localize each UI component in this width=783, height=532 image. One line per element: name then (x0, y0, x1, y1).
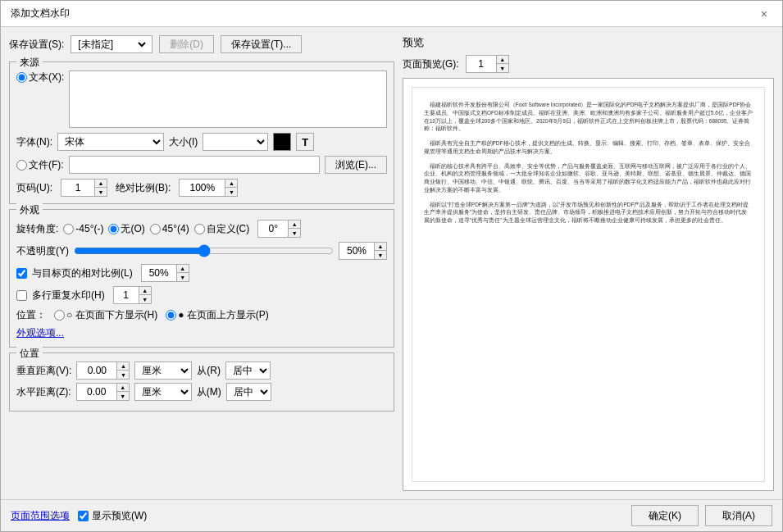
horizontal-down-btn[interactable]: ▼ (117, 392, 129, 400)
horizontal-spin[interactable]: ▲ ▼ (76, 383, 130, 401)
page-down-btn[interactable]: ▼ (95, 188, 107, 196)
text-radio-label[interactable]: 文本(X): (16, 70, 64, 84)
scale-page-up-btn[interactable]: ▲ (177, 265, 189, 273)
horizontal-input[interactable] (77, 384, 116, 400)
file-radio-label[interactable]: 文件(F): (16, 158, 64, 172)
color-picker[interactable] (273, 133, 291, 151)
scale-down-btn[interactable]: ▼ (225, 188, 237, 196)
rotate-down-btn[interactable]: ▼ (289, 229, 300, 237)
dialog-title: 添加文档水印 (11, 7, 70, 20)
page-range-link[interactable]: 页面范围选项 (11, 509, 70, 523)
save-settings-select[interactable]: [未指定] (75, 38, 148, 51)
show-preview-label[interactable]: 显示预览(W) (78, 509, 147, 523)
horizontal-unit-select[interactable]: 厘米 (134, 383, 192, 401)
rotate-custom-radio[interactable] (194, 224, 205, 234)
appearance-options-link[interactable]: 外观选项... (16, 326, 387, 340)
rotate-neg45-radio[interactable] (63, 224, 74, 234)
rotate-45-radio[interactable] (150, 224, 161, 234)
page-preview-spin-btns: ▲ ▼ (496, 56, 508, 72)
delete-button[interactable]: 删除(D) (159, 35, 214, 53)
scale-spin[interactable]: ▲ ▼ (179, 179, 238, 197)
repeat-down-btn[interactable]: ▼ (139, 295, 151, 303)
scale-up-btn[interactable]: ▲ (225, 180, 237, 188)
save-settings-label: 保存设置(S): (9, 38, 64, 52)
rotate-custom-label[interactable]: 自定义(C) (194, 222, 250, 236)
opacity-spin[interactable]: ▲ ▼ (339, 242, 387, 260)
source-section: 来源 文本(X): 字体(N): 宋体 (9, 61, 394, 204)
position-below-radio[interactable] (54, 310, 65, 321)
rotate-0-radio[interactable] (108, 224, 119, 234)
page-preview-spin[interactable]: ▲ ▼ (466, 55, 509, 73)
repeat-row: 多行重复水印(H) ▲ ▼ (16, 286, 387, 304)
text-radio[interactable] (16, 72, 27, 83)
confirm-button[interactable]: 确定(K) (631, 505, 699, 526)
bold-button[interactable]: T (296, 133, 314, 151)
text-input[interactable] (69, 70, 387, 128)
page-preview-down-btn[interactable]: ▼ (497, 64, 508, 72)
source-section-title: 来源 (16, 56, 43, 70)
save-settings-dropdown[interactable]: [未指定] (71, 35, 153, 53)
vertical-down-btn[interactable]: ▼ (117, 371, 129, 379)
scale-input[interactable] (180, 180, 225, 196)
save-button[interactable]: 保存设置(T)... (221, 35, 302, 53)
position-above-radio[interactable] (166, 310, 176, 321)
vertical-align-select[interactable]: 居中 (225, 361, 271, 380)
vertical-unit-select[interactable]: 厘米 (134, 361, 192, 380)
opacity-down-btn[interactable]: ▼ (375, 251, 386, 259)
horizontal-align-select[interactable]: 居中 (226, 383, 271, 401)
vertical-input[interactable] (77, 362, 116, 379)
appearance-section: 外观 旋转角度: -45°(-) 无(O) (9, 209, 394, 348)
horizontal-label: 水平距离(Z): (16, 385, 71, 399)
browse-button[interactable]: 浏览(E)... (325, 156, 387, 174)
repeat-input[interactable] (114, 287, 139, 303)
size-select[interactable] (203, 133, 268, 151)
position-label: 位置： (16, 308, 46, 322)
position-below-label[interactable]: ○ 在页面下方显示(H) (54, 308, 157, 322)
repeat-checkbox[interactable] (16, 290, 27, 301)
opacity-row: 不透明度(Y) ▲ ▼ (16, 242, 387, 260)
appearance-section-title: 外观 (16, 203, 43, 217)
horizontal-up-btn[interactable]: ▲ (117, 384, 129, 392)
page-spin[interactable]: ▲ ▼ (61, 179, 107, 197)
page-input[interactable] (61, 180, 94, 196)
close-button[interactable]: × (756, 6, 772, 22)
preview-page: 福建福昕软件开发股份有限公司（Foxit Software Incorporat… (412, 87, 765, 482)
rotate-neg45-label[interactable]: -45°(-) (63, 223, 103, 234)
scale-page-input[interactable] (142, 265, 176, 281)
page-up-btn[interactable]: ▲ (95, 180, 107, 188)
scale-page-down-btn[interactable]: ▼ (177, 273, 189, 281)
vertical-spin[interactable]: ▲ ▼ (76, 361, 130, 380)
horizontal-from-label: 从(M) (197, 385, 221, 399)
scale-page-spin[interactable]: ▲ ▼ (141, 264, 189, 282)
font-select[interactable]: 宋体 (57, 133, 164, 151)
repeat-up-btn[interactable]: ▲ (139, 287, 151, 295)
show-preview-text: 显示预览(W) (92, 509, 147, 523)
opacity-input[interactable] (339, 243, 374, 259)
rotate-input[interactable] (258, 221, 288, 237)
rotate-0-label[interactable]: 无(O) (108, 222, 144, 236)
position-above-label[interactable]: ● 在页面上方显示(P) (166, 308, 269, 322)
cancel-button[interactable]: 取消(A) (705, 505, 772, 526)
page-label: 页码(U): (16, 181, 52, 195)
rotate-45-label[interactable]: 45°(4) (150, 223, 189, 234)
position-section-title: 位置 (16, 347, 43, 361)
repeat-spin[interactable]: ▲ ▼ (113, 286, 152, 304)
page-preview-up-btn[interactable]: ▲ (497, 56, 508, 64)
page-preview-row: 页面预览(G): ▲ ▼ (403, 55, 774, 73)
opacity-slider[interactable] (74, 245, 334, 257)
show-preview-checkbox[interactable] (78, 511, 89, 521)
page-preview-input[interactable] (467, 56, 496, 72)
preview-para-2: 福昕具有完全自主产权的PDF格心技术，提供文档的生成、转换、显示、编辑、搜索、打… (424, 139, 753, 156)
file-radio[interactable] (16, 160, 27, 171)
scale-page-checkbox[interactable] (16, 268, 27, 279)
rotate-spin[interactable]: ▲ ▼ (257, 220, 301, 238)
vertical-spin-btns: ▲ ▼ (116, 362, 129, 379)
scale-page-label[interactable]: 与目标页的相对比例(L) (32, 266, 133, 280)
vertical-up-btn[interactable]: ▲ (117, 362, 129, 371)
opacity-up-btn[interactable]: ▲ (375, 243, 386, 251)
file-path-input[interactable] (69, 156, 320, 174)
text-radio-row: 文本(X): (16, 70, 387, 128)
rotate-up-btn[interactable]: ▲ (289, 221, 300, 229)
bottom-left: 页面范围选项 显示预览(W) (11, 509, 147, 523)
repeat-label[interactable]: 多行重复水印(H) (32, 289, 105, 302)
